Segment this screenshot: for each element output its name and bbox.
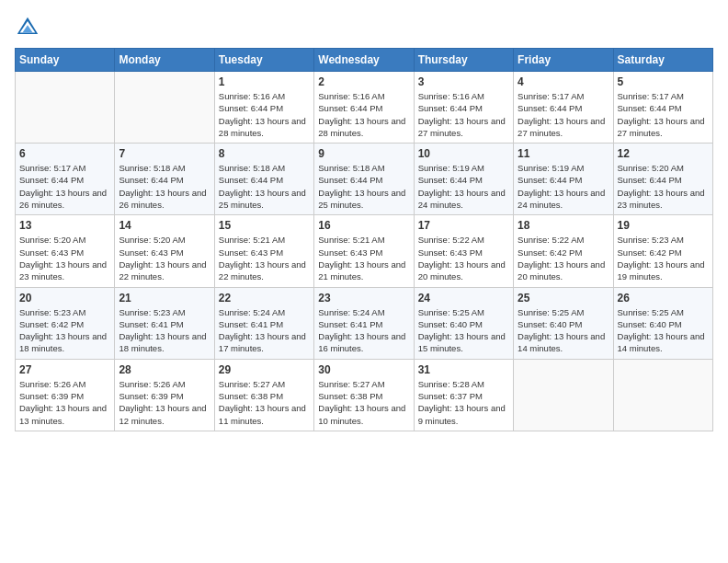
day-number: 30 [318, 363, 409, 376]
calendar-cell: 21Sunrise: 5:23 AM Sunset: 6:41 PM Dayli… [115, 287, 214, 359]
calendar-cell: 23Sunrise: 5:24 AM Sunset: 6:41 PM Dayli… [314, 287, 414, 359]
day-info: Sunrise: 5:17 AM Sunset: 6:44 PM Dayligh… [19, 162, 110, 211]
calendar-cell: 20Sunrise: 5:23 AM Sunset: 6:42 PM Dayli… [16, 287, 115, 359]
day-info: Sunrise: 5:26 AM Sunset: 6:39 PM Dayligh… [119, 378, 210, 427]
day-info: Sunrise: 5:28 AM Sunset: 6:37 PM Dayligh… [418, 378, 509, 427]
calendar-cell [613, 359, 712, 431]
calendar-cell: 27Sunrise: 5:26 AM Sunset: 6:39 PM Dayli… [16, 359, 115, 431]
day-info: Sunrise: 5:17 AM Sunset: 6:44 PM Dayligh… [618, 90, 709, 139]
calendar-cell: 8Sunrise: 5:18 AM Sunset: 6:44 PM Daylig… [214, 144, 313, 215]
day-number: 12 [618, 147, 709, 160]
calendar-week-row: 27Sunrise: 5:26 AM Sunset: 6:39 PM Dayli… [16, 359, 713, 431]
day-number: 4 [518, 75, 609, 88]
calendar-cell: 16Sunrise: 5:21 AM Sunset: 6:43 PM Dayli… [314, 215, 414, 287]
day-info: Sunrise: 5:18 AM Sunset: 6:44 PM Dayligh… [318, 162, 409, 211]
calendar-cell: 18Sunrise: 5:22 AM Sunset: 6:42 PM Dayli… [514, 215, 613, 287]
day-info: Sunrise: 5:21 AM Sunset: 6:43 PM Dayligh… [219, 234, 310, 282]
column-header-thursday: Thursday [414, 49, 513, 72]
column-header-friday: Friday [514, 49, 613, 72]
calendar-week-row: 6Sunrise: 5:17 AM Sunset: 6:44 PM Daylig… [16, 144, 713, 215]
day-info: Sunrise: 5:23 AM Sunset: 6:41 PM Dayligh… [119, 306, 210, 355]
calendar-cell: 6Sunrise: 5:17 AM Sunset: 6:44 PM Daylig… [16, 144, 115, 215]
calendar-cell: 29Sunrise: 5:27 AM Sunset: 6:38 PM Dayli… [214, 359, 313, 431]
day-info: Sunrise: 5:19 AM Sunset: 6:44 PM Dayligh… [518, 162, 609, 211]
calendar-cell: 9Sunrise: 5:18 AM Sunset: 6:44 PM Daylig… [314, 144, 414, 215]
column-header-monday: Monday [115, 49, 214, 72]
day-number: 2 [318, 75, 409, 88]
day-number: 20 [19, 292, 110, 304]
day-number: 14 [119, 219, 210, 232]
calendar-cell: 31Sunrise: 5:28 AM Sunset: 6:37 PM Dayli… [414, 359, 513, 431]
day-info: Sunrise: 5:25 AM Sunset: 6:40 PM Dayligh… [518, 306, 609, 355]
calendar-cell: 22Sunrise: 5:24 AM Sunset: 6:41 PM Dayli… [214, 287, 313, 359]
day-info: Sunrise: 5:17 AM Sunset: 6:44 PM Dayligh… [518, 90, 609, 139]
day-info: Sunrise: 5:24 AM Sunset: 6:41 PM Dayligh… [219, 306, 310, 355]
calendar-cell: 28Sunrise: 5:26 AM Sunset: 6:39 PM Dayli… [115, 359, 214, 431]
day-number: 24 [418, 292, 509, 304]
day-number: 31 [418, 363, 509, 376]
calendar-header-row: SundayMondayTuesdayWednesdayThursdayFrid… [16, 49, 713, 72]
day-number: 7 [119, 147, 210, 160]
day-info: Sunrise: 5:27 AM Sunset: 6:38 PM Dayligh… [318, 378, 409, 427]
day-number: 5 [618, 75, 709, 88]
day-info: Sunrise: 5:20 AM Sunset: 6:43 PM Dayligh… [19, 234, 110, 282]
column-header-wednesday: Wednesday [314, 49, 414, 72]
calendar-cell: 25Sunrise: 5:25 AM Sunset: 6:40 PM Dayli… [514, 287, 613, 359]
day-number: 17 [418, 219, 509, 232]
day-info: Sunrise: 5:16 AM Sunset: 6:44 PM Dayligh… [418, 90, 509, 139]
calendar-cell: 1Sunrise: 5:16 AM Sunset: 6:44 PM Daylig… [214, 72, 313, 144]
calendar-cell: 19Sunrise: 5:23 AM Sunset: 6:42 PM Dayli… [613, 215, 712, 287]
day-number: 28 [119, 363, 210, 376]
day-info: Sunrise: 5:20 AM Sunset: 6:43 PM Dayligh… [119, 234, 210, 282]
day-info: Sunrise: 5:21 AM Sunset: 6:43 PM Dayligh… [318, 234, 409, 282]
day-info: Sunrise: 5:20 AM Sunset: 6:44 PM Dayligh… [618, 162, 709, 211]
day-info: Sunrise: 5:19 AM Sunset: 6:44 PM Dayligh… [418, 162, 509, 211]
calendar-cell [115, 72, 214, 144]
calendar-week-row: 13Sunrise: 5:20 AM Sunset: 6:43 PM Dayli… [16, 215, 713, 287]
day-number: 19 [618, 219, 709, 232]
day-info: Sunrise: 5:25 AM Sunset: 6:40 PM Dayligh… [418, 306, 509, 355]
day-number: 16 [318, 219, 409, 232]
calendar-cell: 4Sunrise: 5:17 AM Sunset: 6:44 PM Daylig… [514, 72, 613, 144]
day-info: Sunrise: 5:18 AM Sunset: 6:44 PM Dayligh… [119, 162, 210, 211]
calendar-cell [514, 359, 613, 431]
day-number: 26 [618, 292, 709, 304]
day-number: 10 [418, 147, 509, 160]
calendar-cell [16, 72, 115, 144]
day-info: Sunrise: 5:22 AM Sunset: 6:43 PM Dayligh… [418, 234, 509, 282]
calendar-week-row: 20Sunrise: 5:23 AM Sunset: 6:42 PM Dayli… [16, 287, 713, 359]
page-header [15, 15, 713, 40]
day-info: Sunrise: 5:18 AM Sunset: 6:44 PM Dayligh… [219, 162, 310, 211]
calendar-cell: 2Sunrise: 5:16 AM Sunset: 6:44 PM Daylig… [314, 72, 414, 144]
day-info: Sunrise: 5:24 AM Sunset: 6:41 PM Dayligh… [318, 306, 409, 355]
calendar-cell: 17Sunrise: 5:22 AM Sunset: 6:43 PM Dayli… [414, 215, 513, 287]
day-info: Sunrise: 5:22 AM Sunset: 6:42 PM Dayligh… [518, 234, 609, 282]
calendar-cell: 26Sunrise: 5:25 AM Sunset: 6:40 PM Dayli… [613, 287, 712, 359]
day-number: 27 [19, 363, 110, 376]
calendar-cell: 15Sunrise: 5:21 AM Sunset: 6:43 PM Dayli… [214, 215, 313, 287]
day-info: Sunrise: 5:26 AM Sunset: 6:39 PM Dayligh… [19, 378, 110, 427]
day-number: 15 [219, 219, 310, 232]
column-header-sunday: Sunday [16, 49, 115, 72]
day-number: 11 [518, 147, 609, 160]
day-number: 6 [19, 147, 110, 160]
day-number: 22 [219, 292, 310, 304]
logo-icon [15, 15, 40, 40]
calendar-cell: 30Sunrise: 5:27 AM Sunset: 6:38 PM Dayli… [314, 359, 414, 431]
day-info: Sunrise: 5:23 AM Sunset: 6:42 PM Dayligh… [19, 306, 110, 355]
day-number: 13 [19, 219, 110, 232]
day-number: 8 [219, 147, 310, 160]
day-number: 23 [318, 292, 409, 304]
day-number: 21 [119, 292, 210, 304]
column-header-saturday: Saturday [613, 49, 712, 72]
calendar-cell: 12Sunrise: 5:20 AM Sunset: 6:44 PM Dayli… [613, 144, 712, 215]
day-number: 3 [418, 75, 509, 88]
day-info: Sunrise: 5:27 AM Sunset: 6:38 PM Dayligh… [219, 378, 310, 427]
day-number: 25 [518, 292, 609, 304]
day-number: 1 [219, 75, 310, 88]
day-info: Sunrise: 5:25 AM Sunset: 6:40 PM Dayligh… [618, 306, 709, 355]
calendar-cell: 5Sunrise: 5:17 AM Sunset: 6:44 PM Daylig… [613, 72, 712, 144]
calendar-cell: 11Sunrise: 5:19 AM Sunset: 6:44 PM Dayli… [514, 144, 613, 215]
day-info: Sunrise: 5:16 AM Sunset: 6:44 PM Dayligh… [219, 90, 310, 139]
day-info: Sunrise: 5:16 AM Sunset: 6:44 PM Dayligh… [318, 90, 409, 139]
